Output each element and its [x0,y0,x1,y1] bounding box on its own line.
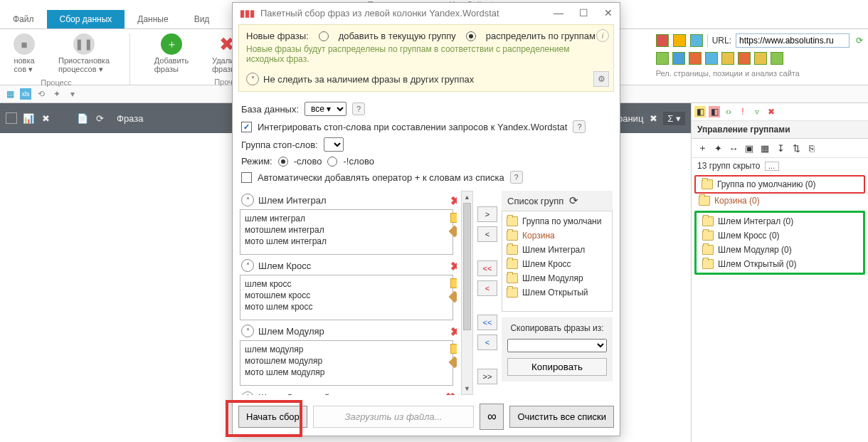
close-icon[interactable]: ✕ [604,7,613,19]
serv-icon[interactable] [721,52,734,65]
clear-block-icon[interactable]: ✖ [450,259,457,274]
move-all-right-button[interactable]: << [477,261,497,276]
group-tool-icon[interactable]: ▣ [743,142,756,154]
clear-block-icon[interactable]: ✖ [450,194,457,209]
panel-tool-icon[interactable]: ✖ [766,106,777,117]
grid-tool-icon[interactable]: ✖ [647,112,659,124]
panel-tool-icon[interactable]: ▿ [751,106,763,117]
vertical-scrollbar[interactable]: ▲▼ [461,191,473,395]
collapse-icon[interactable]: ˄ [241,325,254,337]
url-input[interactable] [736,33,850,48]
tab-data[interactable]: Данные [125,10,181,28]
group-item[interactable]: Шлем Интеграл (0) [698,214,862,228]
add-phrases-button[interactable]: ＋ Добавить фразы [150,33,193,73]
help-icon[interactable]: ? [510,171,523,184]
radio-distribute[interactable] [466,31,476,41]
quick-icon[interactable]: ✦ [51,88,63,100]
phrase-textarea[interactable]: шлем интеграл мотошлем интеграл мото шле… [240,209,453,255]
serv-icon[interactable] [689,52,702,65]
group-tool-icon[interactable]: ⎘ [805,142,818,154]
move-sel-left-button[interactable]: < [477,335,497,350]
info-icon[interactable]: i [596,29,609,42]
diamond-icon[interactable] [449,357,457,369]
dlg-group-item[interactable]: Корзина [505,228,609,243]
serv-icon[interactable] [738,52,751,65]
tab-file[interactable]: Файл [0,10,47,28]
stop-button[interactable]: ■ новка сов ▾ [3,33,46,74]
serv-icon[interactable] [771,52,783,65]
grid-tool-icon[interactable]: 📄 [77,112,88,124]
clear-block-icon[interactable]: ✖ [450,325,457,340]
move-all-left-button[interactable]: < [477,280,497,296]
group-item-trash[interactable]: Корзина (0) [694,194,865,208]
folder-icon[interactable] [450,278,457,288]
integrate-checkbox[interactable] [241,122,252,132]
share-icon[interactable]: ∞ [480,404,504,430]
copy-button[interactable]: Копировать [507,358,607,376]
serv-icon[interactable] [705,52,718,65]
grid-tool-icon[interactable]: ⟳ [94,112,105,124]
tool-icon[interactable] [673,34,686,47]
quick-icon[interactable]: xls [20,88,31,100]
collapse-icon[interactable]: ˄ [241,391,254,396]
url-go-icon[interactable]: ⟳ [854,35,865,46]
stop-group-select[interactable] [324,137,344,152]
help-icon[interactable]: ? [352,102,365,115]
group-item[interactable]: Шлем Модуляр (0) [698,243,862,257]
grid-tool-icon[interactable]: ✖ [40,112,51,124]
radio-add-current[interactable] [319,31,329,41]
move-left-button[interactable]: < [477,226,497,242]
group-item-default[interactable]: Группа по умолчанию (0) [697,177,862,191]
group-tool-icon[interactable]: ↔ [727,142,740,154]
dlg-group-item[interactable]: Шлем Модуляр [505,271,609,285]
copy-from-select[interactable] [507,339,607,352]
panel-tool-icon[interactable]: ◧ [709,106,720,117]
tab-view[interactable]: Вид [181,10,223,28]
move-right-button[interactable]: > [477,206,497,222]
group-item[interactable]: Шлем Открытый (0) [698,257,862,271]
serv-icon[interactable] [672,52,685,65]
col-sigma[interactable]: Σ ▾ [663,112,685,125]
move-out-button[interactable]: >> [477,369,497,384]
refresh-icon[interactable]: ⟳ [569,194,578,207]
expand-icon[interactable]: ˅ [246,73,259,85]
clear-all-button[interactable]: Очистить все списки [509,406,614,428]
clear-block-icon[interactable]: ✖ [445,390,455,395]
db-select[interactable]: все ▾ [305,102,346,116]
folder-icon[interactable] [450,344,457,354]
collapse-icon[interactable]: ˄ [241,194,254,206]
dlg-group-item[interactable]: Шлем Интеграл [505,243,609,257]
panel-tool-icon[interactable]: ◧ [694,106,706,117]
panel-tool-icon[interactable]: ! [737,106,748,117]
gear-icon[interactable]: ⚙ [593,71,609,87]
tool-icon[interactable] [656,34,669,47]
maximize-icon[interactable]: ☐ [579,7,588,19]
dlg-group-item[interactable]: Группа по умолчани [505,214,609,228]
phrase-textarea[interactable]: шлем кросс мотошлем кросс мото шлем крос… [240,275,453,320]
folder-icon[interactable] [450,213,457,223]
autoplus-checkbox[interactable] [241,172,252,183]
grid-tool-icon[interactable]: 📊 [23,112,34,124]
radio-minus-word[interactable] [278,157,288,167]
load-from-file-button[interactable]: Загрузить из файла... [313,406,475,428]
serv-icon[interactable] [656,52,669,65]
serv-icon[interactable] [754,52,767,65]
diamond-icon[interactable] [449,226,457,238]
start-collect-button[interactable]: Начать сбор [238,406,307,428]
move-sel-right-button[interactable]: << [477,315,497,330]
group-tool-icon[interactable]: ↧ [774,142,787,154]
minimize-icon[interactable]: — [554,7,563,19]
checkbox-all[interactable] [6,112,17,124]
show-hidden-button[interactable]: … [765,162,779,171]
dlg-group-item[interactable]: Шлем Кросс [505,257,609,271]
dlg-group-item[interactable]: Шлем Открытый [505,285,609,300]
group-tool-icon[interactable]: ⇅ [790,142,803,154]
tab-collect[interactable]: Сбор данных [47,10,125,28]
diamond-icon[interactable] [449,291,457,303]
group-item[interactable]: Шлем Кросс (0) [698,228,862,243]
col-phrase[interactable]: Фраза [117,113,143,124]
group-add-icon[interactable]: ＋ [696,142,709,154]
quick-icon[interactable]: ▦ [4,88,16,100]
panel-tool-icon[interactable]: ‹› [723,106,734,117]
radio-excl-word[interactable] [327,157,337,167]
